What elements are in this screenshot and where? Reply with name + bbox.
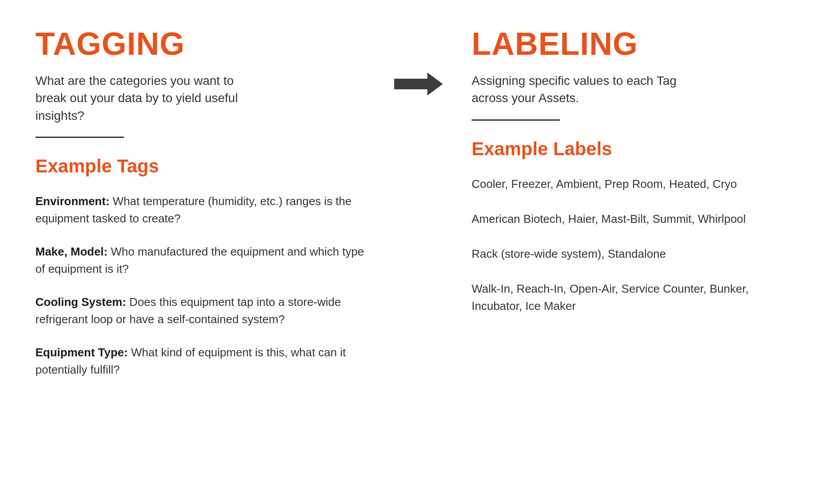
label-item-environment: Cooler, Freezer, Ambient, Prep Room, Hea…	[472, 176, 802, 193]
tag-label-environment: Environment:	[35, 195, 110, 208]
svg-marker-0	[394, 73, 443, 95]
left-column: TAGGING What are the categories you want…	[35, 27, 392, 394]
page-container: TAGGING What are the categories you want…	[0, 0, 837, 504]
tagging-title: TAGGING	[35, 27, 365, 61]
example-labels-title: Example Labels	[472, 138, 802, 160]
label-item-equipment-type: Walk-In, Reach-In, Open-Air, Service Cou…	[472, 280, 802, 315]
labeling-divider	[472, 119, 560, 121]
tag-item-make-model: Make, Model: Who manufactured the equipm…	[35, 243, 365, 278]
tag-item-environment-text: Environment: What temperature (humidity,…	[35, 193, 365, 227]
label-text-make-model: American Biotech, Haier, Mast-Bilt, Summ…	[472, 210, 802, 228]
tagging-divider	[35, 137, 124, 138]
right-arrow-icon	[394, 71, 443, 97]
example-tags-title: Example Tags	[35, 156, 365, 177]
labeling-title: LABELING	[472, 27, 802, 61]
label-text-equipment-type: Walk-In, Reach-In, Open-Air, Service Cou…	[472, 280, 802, 315]
tag-item-make-model-text: Make, Model: Who manufactured the equipm…	[35, 243, 365, 278]
content-wrapper: TAGGING What are the categories you want…	[35, 27, 802, 394]
tag-item-equipment-type-text: Equipment Type: What kind of equipment i…	[35, 344, 365, 378]
tag-label-make-model: Make, Model:	[35, 245, 108, 258]
right-column: LABELING Assigning specific values to ea…	[445, 27, 802, 332]
label-text-cooling: Rack (store-wide system), Standalone	[472, 245, 802, 263]
labeling-description: Assigning specific values to each Tag ac…	[472, 72, 702, 107]
tag-label-cooling: Cooling System:	[35, 295, 126, 309]
tagging-description: What are the categories you want to brea…	[35, 72, 265, 124]
tag-label-equipment-type: Equipment Type:	[35, 346, 128, 359]
tag-item-cooling: Cooling System: Does this equipment tap …	[35, 294, 365, 328]
tag-item-environment: Environment: What temperature (humidity,…	[35, 193, 365, 227]
tag-item-cooling-text: Cooling System: Does this equipment tap …	[35, 294, 365, 328]
label-item-cooling: Rack (store-wide system), Standalone	[472, 245, 802, 263]
label-item-make-model: American Biotech, Haier, Mast-Bilt, Summ…	[472, 210, 802, 228]
label-text-environment: Cooler, Freezer, Ambient, Prep Room, Hea…	[472, 176, 802, 193]
tag-item-equipment-type: Equipment Type: What kind of equipment i…	[35, 344, 365, 378]
arrow-container	[392, 27, 445, 97]
